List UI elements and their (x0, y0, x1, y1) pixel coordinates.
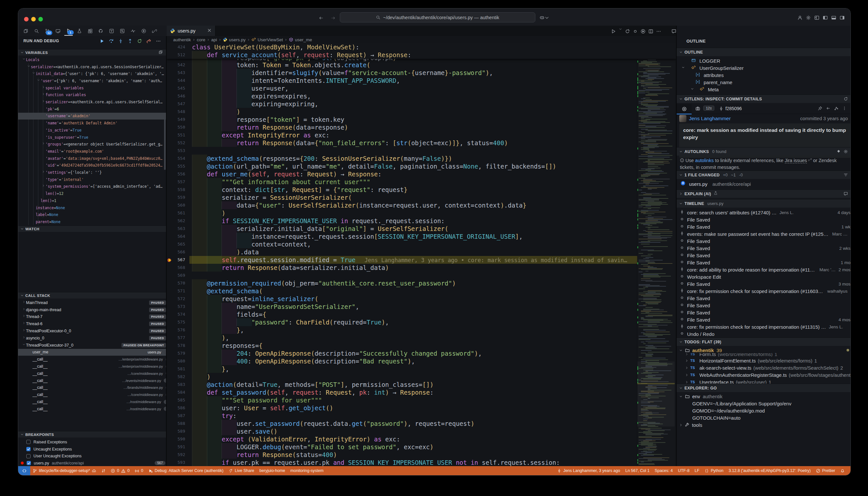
restart-icon[interactable] (625, 27, 630, 35)
code-line[interactable]: 565context=context, (167, 241, 638, 248)
autolinks-link[interactable]: autolinks (695, 158, 714, 163)
outline-header[interactable]: OUTLINE (677, 48, 851, 56)
circle-play-icon[interactable] (640, 27, 646, 35)
activity-item-search[interactable] (32, 26, 41, 35)
activity-item-circle-play[interactable] (139, 26, 148, 35)
code-line[interactable]: 567self.request.session.modified = TrueJ… (167, 256, 638, 264)
statusbar-cursor-position[interactable]: Ln 567, Col 1 (623, 466, 652, 475)
timeline-item[interactable]: File Saved2 wks (677, 245, 851, 252)
variable-row[interactable]: 'is_superuser' = True (18, 134, 167, 141)
more-button[interactable] (155, 38, 161, 44)
breakpoint-row[interactable]: users.pyauthentik/core/api567 (18, 460, 167, 466)
code-line[interactable]: 558context: dict[str, Request] = {"reque… (167, 186, 638, 193)
code-line[interactable]: 563serializer.initial_data["original"] =… (167, 225, 638, 233)
code-line[interactable]: 571@extend_schema( (167, 287, 638, 295)
timeline-header[interactable]: TIMELINEusers.py (677, 199, 851, 207)
layout-icon[interactable] (815, 15, 819, 20)
go-env-var[interactable]: GOENV=~/Library/Application Support/go/e… (677, 400, 851, 407)
code-line[interactable]: 591LOGGER.debug(event="Failed to set pas… (167, 443, 638, 451)
code-line[interactable]: 542token: Token = Token.objects.create( (167, 61, 638, 69)
code-line[interactable]: 554@extend_schema(responses={200: Sessio… (167, 155, 638, 162)
breadcrumb-item[interactable]: UserViewSet (251, 37, 283, 42)
code-line[interactable]: 583@action(detail=True, methods=["POST"]… (167, 381, 638, 388)
code-line[interactable]: 552return Response(data={"non_field_erro… (167, 139, 638, 147)
call-stack-header[interactable]: CALL STACK (18, 292, 166, 298)
todo-file-row[interactable]: TSak-search-select-view.ts(web/src/eleme… (677, 364, 851, 371)
checkbox[interactable] (26, 454, 31, 458)
changed-file-row[interactable]: users.pyauthentik/core/api (677, 180, 851, 187)
explain-ai-header[interactable]: EXPLAIN (AI) (677, 189, 851, 198)
activity-item-flask[interactable] (75, 26, 83, 35)
code-line[interactable]: 587try: (167, 412, 638, 420)
variable-row[interactable]: 'username' = 'akadmin' (18, 113, 167, 120)
activity-item-gitlens-inspect[interactable] (118, 26, 126, 35)
variable-row[interactable]: 'user' = {'pk': 6, 'username': 'akadmin'… (18, 77, 167, 84)
thread-row[interactable]: Thread-6PAUSED (18, 320, 167, 327)
activity-item-link[interactable] (150, 26, 158, 35)
history-forward-button[interactable] (331, 16, 338, 23)
more-icon[interactable] (656, 27, 661, 35)
stack-frame-row[interactable]: __call__…/brands/middleware.py31:1 (18, 384, 167, 391)
breakpoint-row[interactable]: Uncaught Exceptions (18, 446, 167, 453)
timeline-item[interactable]: File Saved (677, 295, 851, 302)
statusbar-prettier[interactable]: Prettier (813, 466, 838, 475)
statusbar-host-1[interactable]: beryjuio-home (257, 466, 288, 475)
outline-item[interactable]: UserGroupSerializer (677, 64, 851, 72)
minimize-window-button[interactable] (31, 17, 36, 21)
tools-row[interactable]: tools (677, 421, 851, 429)
outline-item[interactable]: LOGGER (677, 57, 851, 64)
timeline-item[interactable]: File Saved (677, 309, 851, 316)
code-line[interactable]: 584def set_password(self, request: Reque… (167, 388, 638, 396)
stack-frame-row[interactable]: __call__…/enterprise/middleware.py39:1 (18, 363, 167, 370)
todo-file-row[interactable]: TSHorizontalFormElement.ts(web/src/eleme… (677, 357, 851, 364)
stack-frame-row[interactable]: __call__…/root/middleware.py275:1 (18, 398, 167, 405)
code-line[interactable]: 545user=user, (167, 84, 638, 92)
todo-file-row-clipped[interactable]: TSForm.ts(web/src/elements/forms)1 (677, 353, 851, 357)
panel-left-icon[interactable] (823, 15, 828, 20)
code-line[interactable]: 575"password": CharField(required=True), (167, 318, 638, 326)
variable-row[interactable]: serializer = <authentik.core.api.users.S… (18, 63, 167, 71)
pin-icon[interactable] (818, 106, 822, 110)
variable-row[interactable]: 'is_active' = True (18, 127, 167, 134)
breadcrumb-item[interactable]: api (211, 37, 217, 42)
thread-row[interactable]: ThreadPoolExecutor-37_0PAUSED ON BREAKPO… (18, 342, 167, 349)
gitlens-header[interactable]: GITLENS: INSPECT: COMMIT DETAILS (677, 94, 851, 103)
outline-item[interactable]: Meta (677, 86, 851, 93)
tab-users-py[interactable]: users.py (167, 26, 215, 36)
breakpoints-header[interactable]: BREAKPOINTS (18, 431, 166, 437)
arrow-left-icon[interactable] (826, 106, 830, 110)
code-area[interactable]: response["group_pk"] = str(object=group.… (167, 43, 676, 466)
code-line[interactable]: 559serializer = SessionUserSerializer( (167, 193, 638, 201)
code-line[interactable]: 555@action(url_path="me", url_name="me",… (167, 162, 638, 170)
code-line[interactable]: 572request=inline_serializer( (167, 295, 638, 303)
timeline-item[interactable]: File Saved (677, 302, 851, 309)
activity-item-pulse[interactable] (129, 26, 137, 35)
statusbar-blame[interactable]: Jens Langhammer, 3 years ago (555, 466, 623, 475)
statusbar-host-2[interactable]: monitoring-system (288, 466, 326, 475)
code-line[interactable]: 557"""Get information about current user… (167, 178, 638, 186)
stack-frame-row[interactable]: __call__…/core/middleware.py48:1 (18, 370, 167, 377)
timeline-item[interactable]: events: make sure password set event has… (677, 230, 851, 237)
variable-row[interactable]: initial_data = {'user': {'pk': 6, 'usern… (18, 70, 167, 77)
variable-row[interactable]: parent = None (18, 218, 167, 226)
code-line[interactable]: 573name="UserPasswordSetSerializer", (167, 303, 638, 311)
activity-item-github[interactable] (96, 26, 105, 35)
remote-indicator[interactable] (18, 466, 30, 475)
statusbar-bell[interactable] (838, 466, 847, 475)
code-line[interactable]: 592return Response(status=400) (167, 451, 638, 459)
go-env-var[interactable]: GOMOD=~/dev/authentik/go.mod (677, 407, 851, 414)
code-line[interactable]: 568return Response(data=serializer.initi… (167, 264, 638, 272)
code-line[interactable]: 561) (167, 209, 638, 217)
circle-icon[interactable] (633, 27, 638, 35)
copilot-icon[interactable] (540, 15, 549, 21)
code-line[interactable]: 546expires=expires, (167, 92, 638, 100)
variable-row[interactable]: function variables (18, 92, 167, 99)
code-line[interactable]: 547expiring=expiring, (167, 100, 638, 108)
sticky-scroll[interactable]: 424class UserViewSet(UsedByMixin, ModelV… (167, 43, 676, 59)
code-line[interactable]: 576}, (167, 326, 638, 334)
comment-icon[interactable] (671, 27, 676, 35)
variable-row[interactable]: len() = 12 (18, 190, 167, 197)
comment-icon[interactable] (843, 192, 848, 196)
step-out-button[interactable] (127, 38, 133, 44)
variables-header[interactable]: VARIABLES (18, 49, 166, 56)
